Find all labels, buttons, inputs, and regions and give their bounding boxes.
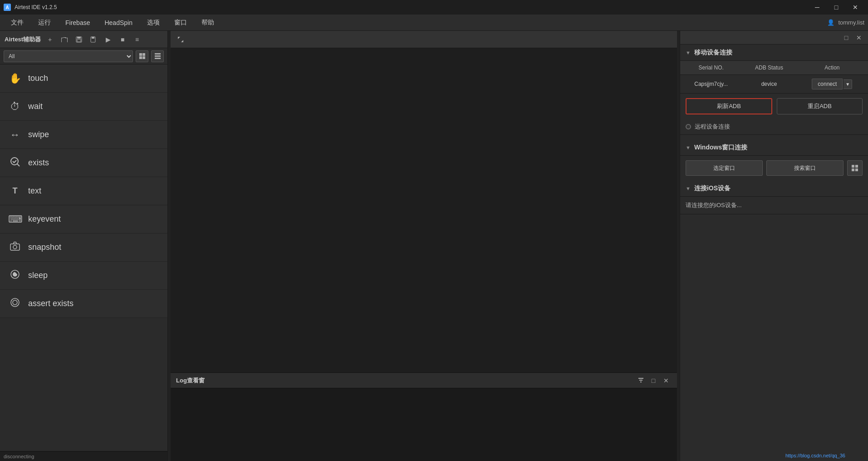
svg-point-15 (13, 245, 17, 249)
snapshot-icon (8, 242, 22, 253)
menu-options[interactable]: 选项 (140, 16, 167, 30)
log-maximize-btn[interactable]: □ (648, 375, 659, 386)
svg-rect-11 (155, 58, 161, 59)
sidebar-item-wait[interactable]: ⏱ wait (0, 93, 167, 121)
assert-exists-icon (8, 297, 22, 310)
sidebar-item-keyevent[interactable]: ⌨ keyevent (0, 205, 167, 233)
run-button[interactable]: ▶ (103, 34, 113, 45)
ios-section-body: 请连接您的iOS设备... (680, 197, 868, 214)
restart-adb-button[interactable]: 重启ADB (777, 98, 863, 114)
filter-select[interactable]: All (4, 50, 133, 62)
connect-dropdown-button[interactable]: ▼ (843, 79, 852, 89)
open-button[interactable] (59, 34, 70, 45)
windows-section-arrow: ▼ (686, 145, 691, 150)
right-panel-maximize-btn[interactable]: □ (841, 32, 852, 43)
keyevent-label: keyevent (28, 214, 61, 224)
menu-run[interactable]: 运行 (31, 16, 58, 30)
left-panel: Airtest辅助器 + ▶ ■ ≡ All (0, 31, 168, 461)
svg-point-12 (11, 158, 18, 165)
menu-headspin[interactable]: HeadSpin (97, 16, 140, 29)
window-grid-button[interactable] (847, 160, 863, 176)
menu-help[interactable]: 帮助 (194, 16, 221, 30)
minimize-button[interactable]: ─ (808, 0, 826, 15)
menu-button[interactable]: ≡ (132, 34, 142, 45)
touch-icon: ✋ (8, 73, 22, 84)
main-layout: Airtest辅助器 + ▶ ■ ≡ All (0, 31, 868, 461)
close-button[interactable]: ✕ (846, 0, 864, 15)
exists-icon (8, 157, 22, 169)
menu-file[interactable]: 文件 (4, 16, 31, 30)
user-name: tommy.list (838, 19, 864, 26)
center-panel: Log查看窗 □ ✕ (171, 31, 677, 461)
device-serial: Capsjjm7cjy... (680, 75, 742, 94)
editor-toolbar (171, 31, 677, 48)
svg-rect-14 (10, 244, 20, 250)
save-as-button[interactable] (88, 34, 99, 45)
sidebar-item-text[interactable]: T text (0, 177, 167, 205)
filter-list-btn[interactable] (151, 50, 164, 62)
touch-label: touch (28, 74, 48, 83)
sidebar-item-snapshot[interactable]: snapshot (0, 233, 167, 262)
text-icon: T (8, 186, 22, 196)
log-filter-btn[interactable] (635, 375, 646, 386)
svg-point-19 (13, 300, 17, 305)
windows-buttons-row: 选定窗口 搜索窗口 (680, 156, 868, 180)
sidebar-item-exists[interactable]: exists (0, 149, 167, 177)
device-row: Capsjjm7cjy... device connect ▼ (680, 75, 868, 94)
ios-section-header: ▼ 连接iOS设备 (680, 180, 868, 197)
device-status: device (742, 75, 796, 94)
svg-rect-22 (640, 382, 642, 382)
svg-rect-25 (852, 169, 854, 171)
app-title: Airtest IDE v1.2.5 (15, 4, 57, 10)
filter-row: All (0, 48, 167, 64)
select-window-button[interactable]: 选定窗口 (686, 160, 763, 176)
svg-point-18 (11, 298, 19, 307)
log-body[interactable] (171, 388, 677, 461)
right-panel: □ ✕ ▼ 移动设备连接 Serial NO. ADB Status Actio… (680, 31, 868, 461)
menu-firebase[interactable]: Firebase (58, 16, 97, 29)
mobile-section-title: 移动设备连接 (694, 49, 732, 57)
sidebar-item-sleep[interactable]: sleep (0, 262, 167, 290)
ios-section-arrow: ▼ (686, 186, 691, 191)
bottom-link[interactable]: https://blog.csdn.net/qq_36 (785, 453, 845, 458)
col-action: Action (796, 61, 868, 75)
mobile-section-arrow: ▼ (686, 50, 691, 55)
editor-area[interactable] (171, 48, 677, 372)
sidebar-item-swipe[interactable]: ↔ swipe (0, 121, 167, 149)
swipe-label: swipe (28, 130, 49, 139)
assert-exists-label: assert exists (28, 299, 74, 308)
sidebar-item-assert-exists[interactable]: assert exists (0, 290, 167, 318)
stop-button[interactable]: ■ (117, 34, 128, 45)
remote-radio[interactable] (686, 124, 691, 129)
window-controls: ─ □ ✕ (808, 0, 864, 15)
connect-button[interactable]: connect (812, 79, 843, 89)
sidebar-item-touch[interactable]: ✋ touch (0, 64, 167, 93)
search-window-button[interactable]: 搜索窗口 (766, 160, 843, 176)
left-panel-title: Airtest辅助器 (5, 35, 41, 44)
save-button[interactable] (74, 34, 84, 45)
adb-buttons-row: 刷新ADB 重启ADB (680, 94, 868, 119)
menu-bar: 文件 运行 Firebase HeadSpin 选项 窗口 帮助 👤 tommy… (0, 15, 868, 31)
add-button[interactable]: + (44, 34, 55, 45)
refresh-adb-button[interactable]: 刷新ADB (686, 98, 772, 114)
svg-point-17 (14, 273, 16, 275)
expand-icon[interactable] (175, 34, 186, 45)
right-panel-close-btn[interactable]: ✕ (853, 32, 864, 43)
windows-section-header: ▼ Windows窗口连接 (680, 139, 868, 156)
exists-label: exists (28, 158, 49, 168)
menu-bar-right: 👤 tommy.list (827, 19, 864, 26)
sleep-icon (8, 269, 22, 282)
connect-btn-wrapper: connect ▼ (801, 79, 863, 89)
log-close-btn[interactable]: ✕ (661, 375, 672, 386)
svg-rect-24 (855, 165, 858, 168)
col-adb-status: ADB Status (742, 61, 796, 75)
menu-window[interactable]: 窗口 (167, 16, 194, 30)
svg-rect-2 (77, 40, 81, 42)
maximize-button[interactable]: □ (827, 0, 845, 15)
svg-rect-8 (142, 56, 145, 59)
mobile-section-header: ▼ 移动设备连接 (680, 45, 868, 61)
left-panel-header: Airtest辅助器 + ▶ ■ ≡ (0, 31, 167, 48)
filter-layout-btn[interactable] (136, 50, 148, 62)
col-serial: Serial NO. (680, 61, 742, 75)
sidebar-list: ✋ touch ⏱ wait ↔ swipe exists T text (0, 64, 167, 451)
